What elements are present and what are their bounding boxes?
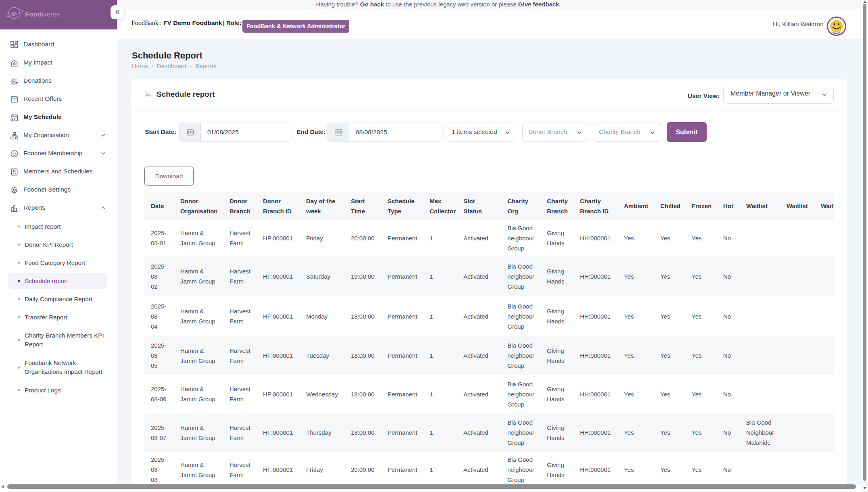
svg-text:iverse: iverse (42, 10, 60, 18)
svg-text:Food: Food (25, 10, 42, 18)
